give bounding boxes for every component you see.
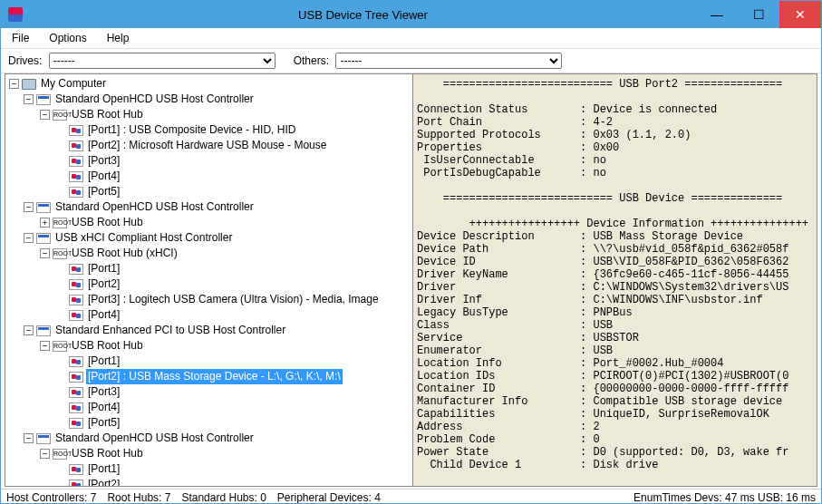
tree-controller[interactable]: −USB xHCI Compliant Host Controller xyxy=(7,230,411,246)
tree-port[interactable]: [Port3] xyxy=(7,384,411,400)
tree-port[interactable]: [Port1] xyxy=(7,261,411,276)
tree-port-selected[interactable]: [Port2] : USB Mass Storage Device - L:\,… xyxy=(7,369,411,384)
tree-hub[interactable]: +ROOTUSB Root Hub xyxy=(7,215,411,230)
device-tree[interactable]: −My Computer −Standard OpenHCD USB Host … xyxy=(5,74,413,486)
tree-hub[interactable]: −ROOTUSB Root Hub xyxy=(7,446,411,461)
drives-label: Drives: xyxy=(8,54,42,67)
others-label: Others: xyxy=(294,54,329,67)
tree-controller[interactable]: −Standard Enhanced PCI to USB Host Contr… xyxy=(7,323,411,338)
toolbar: Drives: ------ Others: ------ xyxy=(1,49,821,73)
drives-select[interactable]: ------ xyxy=(49,53,276,69)
tree-port[interactable]: [Port1] xyxy=(7,354,411,369)
titlebar[interactable]: USB Device Tree Viewer — ☐ ✕ xyxy=(1,1,821,28)
tree-controller[interactable]: −Standard OpenHCD USB Host Controller xyxy=(7,199,411,215)
tree-port[interactable]: [Port2] xyxy=(7,276,411,292)
tree-port[interactable]: [Port4] xyxy=(7,169,411,184)
detail-pane[interactable]: ========================== USB Port2 ===… xyxy=(413,74,817,486)
tree-port[interactable]: [Port3] : Logitech USB Camera (Ultra Vis… xyxy=(7,292,411,307)
menu-file[interactable]: File xyxy=(8,30,33,46)
tree-port[interactable]: [Port2] : Microsoft Hardware USB Mouse -… xyxy=(7,138,411,153)
status-peripheral-devices: Peripheral Devices: 4 xyxy=(277,491,381,504)
others-select[interactable]: ------ xyxy=(335,53,562,69)
maximize-button[interactable]: ☐ xyxy=(738,1,779,28)
tree-controller[interactable]: −Standard OpenHCD USB Host Controller xyxy=(7,431,411,446)
tree-root[interactable]: −My Computer xyxy=(7,76,411,92)
app-icon xyxy=(8,7,23,22)
tree-port[interactable]: [Port5] xyxy=(7,415,411,431)
close-button[interactable]: ✕ xyxy=(779,1,821,28)
tree-port[interactable]: [Port1] : USB Composite Device - HID, HI… xyxy=(7,122,411,138)
tree-port[interactable]: [Port1] xyxy=(7,461,411,477)
status-standard-hubs: Standard Hubs: 0 xyxy=(181,491,266,504)
status-host-controllers: Host Controllers: 7 xyxy=(6,491,96,504)
tree-hub[interactable]: −ROOTUSB Root Hub xyxy=(7,107,411,122)
menu-options[interactable]: Options xyxy=(45,30,90,46)
tree-port[interactable]: [Port4] xyxy=(7,400,411,415)
tree-port[interactable]: [Port3] xyxy=(7,153,411,169)
menu-help[interactable]: Help xyxy=(103,30,133,46)
status-enum-times: EnumTimes Devs: 47 ms USB: 16 ms xyxy=(633,491,816,504)
tree-hub[interactable]: −ROOTUSB Root Hub (xHCI) xyxy=(7,246,411,261)
window-title: USB Device Tree Viewer xyxy=(30,8,696,22)
tree-port[interactable]: [Port5] xyxy=(7,184,411,199)
tree-port[interactable]: [Port4] xyxy=(7,307,411,323)
statusbar: Host Controllers: 7 Root Hubs: 7 Standar… xyxy=(1,489,821,504)
menubar: File Options Help xyxy=(1,28,821,49)
tree-controller[interactable]: −Standard OpenHCD USB Host Controller xyxy=(7,92,411,107)
tree-port[interactable]: [Port2] xyxy=(7,477,411,486)
minimize-button[interactable]: — xyxy=(696,1,738,28)
tree-hub[interactable]: −ROOTUSB Root Hub xyxy=(7,338,411,354)
status-root-hubs: Root Hubs: 7 xyxy=(107,491,170,504)
